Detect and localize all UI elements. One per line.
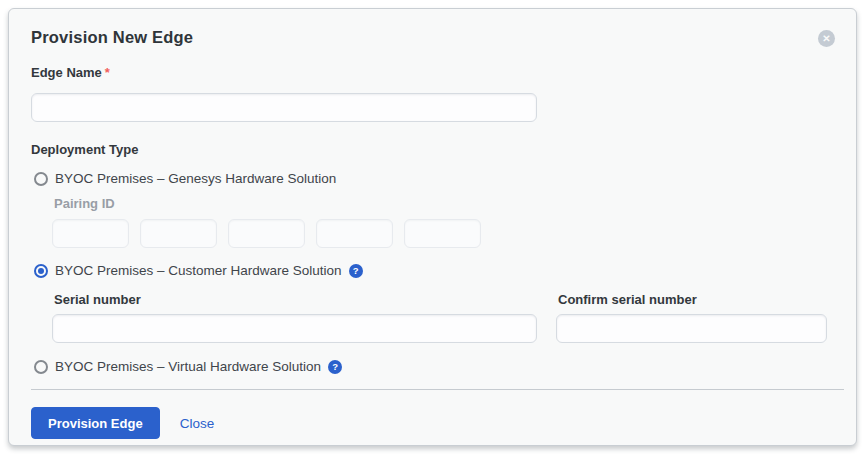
required-asterisk: *: [105, 65, 110, 80]
pairing-id-segment-3[interactable]: [228, 219, 305, 248]
confirm-serial-label: Confirm serial number: [556, 292, 827, 307]
serial-number-column: Serial number: [52, 292, 537, 343]
footer-divider: [31, 389, 844, 390]
pairing-id-section: Pairing ID: [52, 196, 834, 248]
confirm-serial-column: Confirm serial number: [556, 292, 827, 343]
edge-name-label-text: Edge Name: [31, 65, 102, 80]
pairing-id-inputs: [52, 219, 834, 248]
radio-label-byoc-virtual: BYOC Premises – Virtual Hardware Solutio…: [55, 358, 321, 375]
edge-name-input[interactable]: [31, 93, 537, 122]
dialog-title: Provision New Edge: [31, 9, 834, 47]
help-icon-customer[interactable]: ?: [349, 264, 363, 278]
radio-label-byoc-genesys: BYOC Premises – Genesys Hardware Solutio…: [55, 170, 336, 187]
pairing-id-segment-2[interactable]: [140, 219, 217, 248]
radio-byoc-virtual[interactable]: [34, 360, 48, 374]
pairing-id-segment-4[interactable]: [316, 219, 393, 248]
radio-byoc-customer[interactable]: [34, 264, 48, 278]
radio-byoc-genesys[interactable]: [34, 172, 48, 186]
provision-new-edge-dialog: Provision New Edge ✕ Edge Name* Deployme…: [8, 8, 857, 446]
dialog-footer: Provision Edge Close: [31, 407, 834, 439]
pairing-id-segment-5[interactable]: [404, 219, 481, 248]
help-icon-virtual[interactable]: ?: [328, 360, 342, 374]
radio-label-byoc-customer: BYOC Premises – Customer Hardware Soluti…: [55, 262, 342, 279]
provision-edge-button[interactable]: Provision Edge: [31, 407, 160, 439]
pairing-id-label: Pairing ID: [52, 196, 834, 211]
serial-number-label: Serial number: [52, 292, 537, 307]
edge-name-label: Edge Name*: [31, 65, 834, 80]
confirm-serial-input[interactable]: [556, 314, 827, 343]
close-link[interactable]: Close: [180, 416, 215, 431]
radio-row-byoc-customer[interactable]: BYOC Premises – Customer Hardware Soluti…: [34, 262, 834, 279]
serial-number-section: Serial number Confirm serial number: [52, 292, 834, 343]
radio-row-byoc-genesys[interactable]: BYOC Premises – Genesys Hardware Solutio…: [34, 170, 834, 187]
close-icon[interactable]: ✕: [818, 30, 835, 47]
serial-number-input[interactable]: [52, 314, 537, 343]
pairing-id-segment-1[interactable]: [52, 219, 129, 248]
radio-row-byoc-virtual[interactable]: BYOC Premises – Virtual Hardware Solutio…: [34, 358, 834, 375]
deployment-type-label: Deployment Type: [31, 142, 834, 157]
